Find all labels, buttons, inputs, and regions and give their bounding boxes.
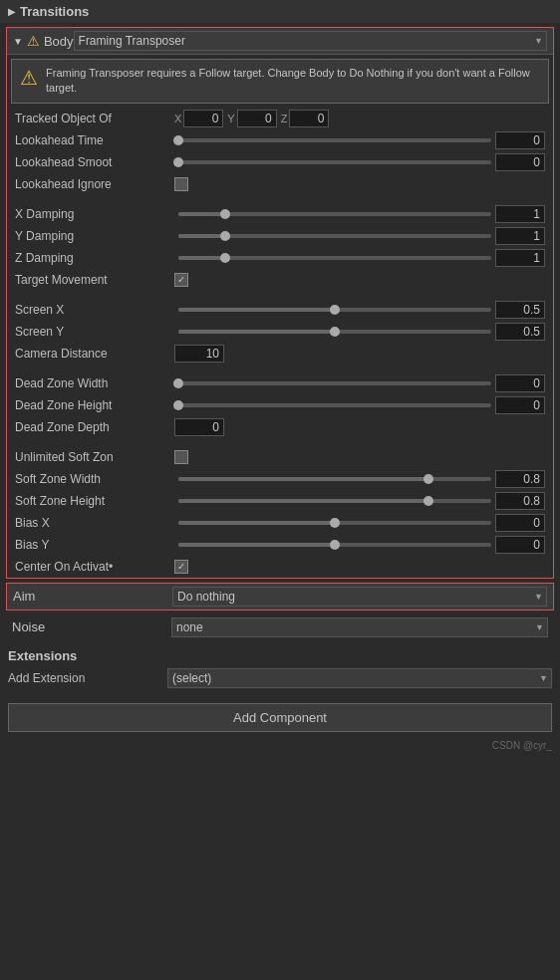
z-damping-row: Z Damping <box>7 247 553 269</box>
watermark: CSDN @cyr_ <box>0 740 560 755</box>
screen-y-row: Screen Y <box>7 321 553 343</box>
bias-y-label: Bias Y <box>15 538 174 552</box>
tracked-y-component: Y <box>227 110 276 127</box>
dead-zone-width-track[interactable] <box>178 381 491 385</box>
tracked-y-input[interactable] <box>237 110 277 127</box>
add-extension-label: Add Extension <box>8 671 167 685</box>
screen-y-value[interactable] <box>495 323 545 341</box>
lookahead-smooth-track[interactable] <box>178 160 491 164</box>
target-movement-label: Target Movement <box>15 273 174 287</box>
tracked-object-row: Tracked Object Of X Y Z <box>7 108 553 129</box>
screen-x-value[interactable] <box>495 301 545 319</box>
lookahead-ignore-label: Lookahead Ignore <box>15 177 174 191</box>
dead-zone-depth-value[interactable] <box>174 418 224 436</box>
bias-y-value[interactable] <box>495 536 545 554</box>
body-dropdown[interactable]: Framing Transposer <box>74 31 547 51</box>
dead-zone-height-label: Dead Zone Height <box>15 398 174 412</box>
warn-triangle-icon: ⚠ <box>20 66 38 90</box>
body-collapse-arrow[interactable]: ▼ <box>13 36 23 47</box>
soft-zone-height-track[interactable] <box>178 499 491 503</box>
dead-zone-width-value[interactable] <box>495 374 545 392</box>
dead-zone-width-row: Dead Zone Width <box>7 372 553 394</box>
lookahead-time-label: Lookahead Time <box>15 133 174 147</box>
camera-distance-value[interactable] <box>174 345 224 363</box>
camera-distance-row: Camera Distance <box>7 343 553 365</box>
bias-y-track[interactable] <box>178 543 491 547</box>
y-axis-label: Y <box>227 113 234 124</box>
x-damping-value[interactable] <box>495 205 545 223</box>
transitions-label: Transitions <box>20 4 89 19</box>
warning-box: ⚠ Framing Transposer requires a Follow t… <box>11 59 549 104</box>
unlimited-soft-checkbox[interactable] <box>174 450 188 464</box>
tracked-z-component: Z <box>281 110 330 127</box>
tracked-x-input[interactable] <box>183 110 223 127</box>
add-extension-dropdown-wrapper[interactable]: (select) <box>167 668 552 688</box>
dead-zone-height-value[interactable] <box>495 396 545 414</box>
z-damping-track[interactable] <box>178 256 491 260</box>
soft-zone-width-row: Soft Zone Width <box>7 468 553 490</box>
add-extension-dropdown[interactable]: (select) <box>167 668 552 688</box>
add-component-button[interactable]: Add Component <box>8 703 552 732</box>
target-movement-row: Target Movement ✓ <box>7 269 553 291</box>
soft-zone-width-value[interactable] <box>495 470 545 488</box>
bias-x-row: Bias X <box>7 512 553 534</box>
bias-x-track[interactable] <box>178 521 491 525</box>
aim-dropdown-wrapper[interactable]: Do nothing <box>172 587 547 607</box>
lookahead-smooth-label: Lookahead Smoot <box>15 155 174 169</box>
transitions-header[interactable]: ▶ Transitions <box>0 0 560 23</box>
screen-y-label: Screen Y <box>15 325 174 339</box>
noise-label: Noise <box>12 619 171 634</box>
add-extension-row: Add Extension (select) <box>8 665 552 691</box>
screen-x-track[interactable] <box>178 308 491 312</box>
camera-distance-label: Camera Distance <box>15 347 174 361</box>
dead-zone-height-track[interactable] <box>178 403 491 407</box>
y-damping-track[interactable] <box>178 234 491 238</box>
center-on-activate-label: Center On Activat• <box>15 560 174 574</box>
screen-y-track[interactable] <box>178 330 491 334</box>
noise-dropdown-wrapper[interactable]: none <box>171 617 548 637</box>
soft-zone-width-track[interactable] <box>178 477 491 481</box>
lookahead-time-row: Lookahead Time <box>7 129 553 151</box>
transitions-arrow: ▶ <box>8 6 16 17</box>
soft-zone-height-label: Soft Zone Height <box>15 494 174 508</box>
main-panel: ▶ Transitions ▼ ⚠ Body Framing Transpose… <box>0 0 560 775</box>
y-damping-row: Y Damping <box>7 225 553 247</box>
aim-dropdown[interactable]: Do nothing <box>172 587 547 607</box>
y-damping-label: Y Damping <box>15 229 174 243</box>
soft-zone-height-row: Soft Zone Height <box>7 490 553 512</box>
x-damping-label: X Damping <box>15 207 174 221</box>
center-on-activate-row: Center On Activat• ✓ <box>7 556 553 578</box>
lookahead-time-value[interactable] <box>495 131 545 149</box>
bias-x-label: Bias X <box>15 516 174 530</box>
dead-zone-depth-row: Dead Zone Depth <box>7 416 553 438</box>
z-damping-label: Z Damping <box>15 251 174 265</box>
soft-zone-width-label: Soft Zone Width <box>15 472 174 486</box>
aim-section: Aim Do nothing <box>6 583 554 611</box>
z-damping-value[interactable] <box>495 249 545 267</box>
screen-x-label: Screen X <box>15 303 174 317</box>
extensions-section: Extensions Add Extension (select) <box>8 644 552 691</box>
unlimited-soft-label: Unlimited Soft Zon <box>15 450 174 464</box>
x-damping-track[interactable] <box>178 212 491 216</box>
center-on-activate-checkbox[interactable]: ✓ <box>174 560 188 574</box>
lookahead-ignore-checkbox[interactable] <box>174 177 188 191</box>
body-dropdown-wrapper[interactable]: Framing Transposer <box>74 31 547 51</box>
soft-zone-height-value[interactable] <box>495 492 545 510</box>
lookahead-smooth-row: Lookahead Smoot <box>7 151 553 173</box>
screen-x-row: Screen X <box>7 299 553 321</box>
aim-header: Aim Do nothing <box>7 584 553 610</box>
lookahead-ignore-row: Lookahead Ignore <box>7 173 553 195</box>
noise-dropdown[interactable]: none <box>171 617 548 637</box>
extensions-title: Extensions <box>8 644 552 665</box>
dead-zone-depth-label: Dead Zone Depth <box>15 420 174 434</box>
tracked-z-input[interactable] <box>289 110 329 127</box>
lookahead-smooth-value[interactable] <box>495 153 545 171</box>
y-damping-value[interactable] <box>495 227 545 245</box>
target-movement-checkbox[interactable]: ✓ <box>174 273 188 287</box>
bias-x-value[interactable] <box>495 514 545 532</box>
dead-zone-height-row: Dead Zone Height <box>7 394 553 416</box>
x-axis-label: X <box>174 113 181 124</box>
body-section: ▼ ⚠ Body Framing Transposer ⚠ Framing Tr… <box>6 27 554 579</box>
lookahead-time-track[interactable] <box>178 138 491 142</box>
dead-zone-width-label: Dead Zone Width <box>15 376 174 390</box>
